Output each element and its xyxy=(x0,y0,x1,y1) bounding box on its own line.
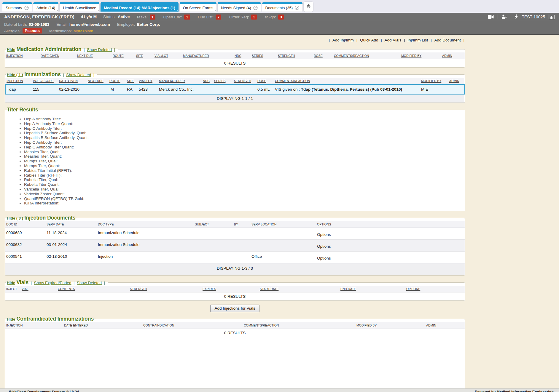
column-header[interactable]: VIAL/LOT xyxy=(138,78,158,84)
column-header[interactable]: ADMIN xyxy=(425,322,465,329)
column-header[interactable]: VIAL xyxy=(20,286,57,292)
options-link[interactable]: Options xyxy=(317,256,331,260)
column-header[interactable]: OPTIONS xyxy=(405,286,465,292)
count-badge[interactable]: 3 xyxy=(278,15,284,20)
column-header[interactable]: DATE GIVEN xyxy=(39,52,76,59)
column-header[interactable]: END DATE xyxy=(339,286,405,292)
bar-chart-icon[interactable] xyxy=(549,14,555,19)
action-link[interactable]: Add Document xyxy=(434,38,461,42)
column-header[interactable]: START DATE xyxy=(259,286,339,292)
column-header[interactable]: SERV LOCATION xyxy=(250,221,316,228)
status-counter[interactable]: Open Enc: 1 xyxy=(163,15,190,20)
document-row[interactable]: 0000682 03-01-2024 Immunization Schedule… xyxy=(5,240,465,252)
status-counter[interactable]: Due List: 7 xyxy=(198,15,222,20)
show-expired-link[interactable]: Show Expired/Ended xyxy=(34,281,71,285)
hide-link[interactable]: Hide xyxy=(7,47,15,52)
column-header[interactable]: NDC xyxy=(233,52,251,59)
hide-link[interactable]: Hide xyxy=(7,317,15,321)
column-header[interactable]: COMMENTS/REACTION xyxy=(333,52,400,59)
hide-link[interactable]: Hide ( 3 ) xyxy=(7,216,23,220)
column-header[interactable]: ROUTE xyxy=(108,78,126,84)
column-header[interactable]: NDC xyxy=(202,78,213,84)
column-header[interactable]: STRENGTH xyxy=(233,78,256,84)
column-header[interactable]: DOC ID xyxy=(5,221,45,228)
column-header[interactable]: CONTENTS xyxy=(57,286,129,292)
document-row[interactable]: 0000689 11-18-2024 Immunization Schedule… xyxy=(5,228,465,240)
count-badge[interactable]: 1 xyxy=(251,15,257,20)
count-badge[interactable]: 7 xyxy=(216,15,221,20)
column-header[interactable]: ROUTE xyxy=(112,52,135,59)
column-header[interactable]: MANUFACTURER xyxy=(182,52,233,59)
column-header[interactable]: DOSE xyxy=(313,52,333,59)
tab[interactable]: Admin (14) xyxy=(33,2,59,12)
column-header[interactable]: SUBJECT xyxy=(194,221,233,228)
status-counter[interactable]: Tasks: 1 xyxy=(136,15,156,20)
options-link[interactable]: Options xyxy=(317,232,331,237)
hide-link[interactable]: Hide ( 1 ) xyxy=(7,73,23,77)
show-deleted-link[interactable]: Show Deleted xyxy=(87,47,112,52)
column-header[interactable]: MANUFACTURER xyxy=(158,78,202,84)
column-header[interactable]: VIAL/LOT xyxy=(153,52,182,59)
show-deleted-link[interactable]: Show Deleted xyxy=(77,281,102,285)
column-header[interactable]: EXPIRES xyxy=(201,286,259,292)
add-person-icon[interactable] xyxy=(501,15,507,19)
column-header[interactable]: INJECTION xyxy=(5,322,63,329)
popout-icon[interactable] xyxy=(253,6,258,10)
action-link[interactable]: Add Vials xyxy=(385,38,402,42)
action-link[interactable]: Quick Add xyxy=(360,38,378,42)
column-header[interactable]: SERV DATE xyxy=(45,221,97,228)
column-header[interactable]: SITE xyxy=(135,52,153,59)
column-header[interactable]: ADMIN xyxy=(441,52,465,59)
tab[interactable]: Needs Signed (4) xyxy=(218,2,261,12)
column-header[interactable]: MODIFIED BY xyxy=(400,52,441,59)
add-injections-for-vials-button[interactable]: Add Injections for Vials xyxy=(210,305,259,312)
column-header[interactable]: INJECT CODE xyxy=(32,78,58,84)
count-badge[interactable]: 1 xyxy=(184,15,190,20)
column-header[interactable]: SITE xyxy=(126,78,138,84)
tab[interactable]: Summary xyxy=(2,2,32,12)
column-header[interactable]: STRENGTH xyxy=(277,52,313,59)
document-row[interactable]: 0000541 02-13-2010 Injection Office Opti… xyxy=(5,252,465,263)
column-header[interactable]: INJECTION xyxy=(5,52,39,59)
action-link[interactable]: Add Inj/Imm xyxy=(332,38,354,42)
action-link[interactable]: Inj/Imm List xyxy=(407,38,428,42)
video-camera-icon[interactable] xyxy=(488,15,494,19)
column-header[interactable]: SERIES xyxy=(251,52,277,59)
medication-link[interactable]: alprazolam xyxy=(74,29,93,33)
column-header[interactable]: STRENGTH xyxy=(129,286,201,292)
popout-icon[interactable] xyxy=(295,6,299,10)
column-header[interactable]: NEXT DUE xyxy=(76,52,112,59)
options-link[interactable]: Options xyxy=(317,244,331,249)
column-header[interactable]: INJECTION xyxy=(5,78,32,84)
show-deleted-link[interactable]: Show Deleted xyxy=(66,73,91,77)
settings-tab[interactable] xyxy=(304,2,313,12)
column-header[interactable]: MODIFIED BY xyxy=(420,78,448,84)
column-header[interactable]: NEXT DUE xyxy=(87,78,108,84)
tab[interactable]: Documents (35) xyxy=(262,2,302,12)
tab[interactable]: Medical Record (14):MAR/Injections (1) xyxy=(101,2,179,12)
column-header[interactable]: ADMIN xyxy=(448,78,464,84)
status-counter[interactable]: eSign: 3 xyxy=(265,15,284,20)
column-header[interactable]: COMMENTS/REACTION xyxy=(274,78,420,84)
column-header[interactable]: OPTIONS xyxy=(316,221,465,228)
column-header[interactable]: SERIES xyxy=(213,78,233,84)
status-counter[interactable]: Order Req: 1 xyxy=(229,15,257,20)
subject xyxy=(194,228,233,240)
column-header[interactable]: BY xyxy=(233,221,250,228)
lightning-icon[interactable] xyxy=(515,14,518,19)
popout-icon[interactable] xyxy=(24,6,29,10)
column-header[interactable]: DATE ENTERED xyxy=(63,322,142,329)
tab[interactable]: On Screen Forms xyxy=(180,2,217,12)
immunization-row[interactable]: Tdap 115 02-13-2010 IM RA 5423 Merck and… xyxy=(5,84,464,94)
count-badge[interactable]: 1 xyxy=(150,15,155,20)
column-header[interactable]: INJECT xyxy=(5,286,20,292)
column-header[interactable]: DOC TYPE xyxy=(97,221,194,228)
column-header[interactable]: DOSE xyxy=(256,78,274,84)
hide-link[interactable]: Hide xyxy=(7,281,15,285)
column-header[interactable]: DATE GIVEN xyxy=(58,78,87,84)
allergy-badge[interactable]: Peanuts xyxy=(23,28,42,33)
tab[interactable]: Health Surveillance xyxy=(60,2,99,12)
column-header[interactable]: COMMENTS/REACTION xyxy=(243,322,355,329)
column-header[interactable]: CONTRAINDICATION xyxy=(142,322,243,329)
column-header[interactable]: MODIFIED BY xyxy=(355,322,425,329)
